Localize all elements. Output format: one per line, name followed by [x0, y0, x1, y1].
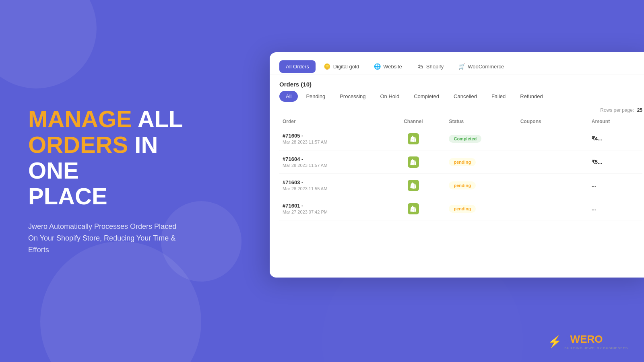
- dashboard-card: All Orders 🪙 Digital gold 🌐 Website 🛍 Sh…: [270, 52, 644, 278]
- tab-website-label: Website: [383, 64, 402, 70]
- tab-woocommerce-label: WooCommerce: [468, 64, 504, 70]
- rows-per-page-label: Rows per page:: [600, 107, 634, 113]
- order-date-4: Mar 27 2023 07:42 PM: [283, 210, 378, 214]
- status-tab-cancelled-label: Cancelled: [454, 93, 477, 99]
- headline-all: ALL: [132, 106, 183, 132]
- website-icon: 🌐: [374, 63, 381, 70]
- col-channel: Channel: [378, 119, 449, 124]
- shopify-channel-icon-4: [408, 203, 419, 214]
- status-tab-on-hold[interactable]: On Hold: [374, 91, 406, 102]
- status-tab-pending-label: Pending: [306, 93, 325, 99]
- status-tab-pending[interactable]: Pending: [299, 91, 332, 102]
- orders-header: Orders (10): [270, 74, 644, 91]
- order-date-3: Mar 28 2023 11:55 AM: [283, 186, 378, 191]
- order-id-1: #71605 -: [283, 133, 378, 139]
- status-badge-4: pending: [449, 205, 476, 213]
- status-tab-refunded[interactable]: Refunded: [514, 91, 549, 102]
- col-coupons: Coupons: [520, 119, 592, 124]
- tab-all-orders-label: All Orders: [286, 64, 309, 70]
- status-cell-1: Completed: [449, 135, 520, 143]
- headline-orders: ORDERS: [28, 132, 128, 158]
- status-tab-failed-label: Failed: [491, 93, 506, 99]
- channel-cell-1: [378, 133, 449, 144]
- status-cell-4: pending: [449, 205, 520, 213]
- status-badge-3: pending: [449, 181, 476, 189]
- orders-count-label: Orders (10): [279, 81, 312, 88]
- channel-cell-4: [378, 203, 449, 214]
- amount-cell-2: ₹5...: [592, 159, 639, 165]
- headline-place: PLACE: [28, 183, 107, 209]
- channel-cell-2: [378, 156, 449, 168]
- shopify-tab-icon: 🛍: [417, 63, 424, 70]
- shopify-channel-icon-1: [408, 133, 419, 144]
- tab-digital-gold-label: Digital gold: [333, 64, 359, 70]
- tab-shopify-label: Shopify: [426, 64, 444, 70]
- logo-text-wero: WERO: [570, 333, 603, 346]
- status-tab-processing[interactable]: Processing: [333, 91, 372, 102]
- tab-all-orders[interactable]: All Orders: [279, 60, 316, 73]
- status-tab-all[interactable]: All: [279, 91, 298, 102]
- status-tab-processing-label: Processing: [340, 93, 365, 99]
- status-tab-completed[interactable]: Completed: [407, 91, 446, 102]
- woocommerce-icon: 🛒: [458, 63, 465, 70]
- tab-woocommerce[interactable]: 🛒 WooCommerce: [452, 60, 510, 73]
- logo-lightning-icon: ⚡: [548, 335, 562, 348]
- table-row[interactable]: #71603 - Mar 28 2023 11:55 AM pending ..…: [279, 174, 642, 197]
- status-filter-tabs: All Pending Processing On Hold Completed…: [270, 91, 644, 106]
- status-tab-completed-label: Completed: [414, 93, 439, 99]
- col-status: Status: [449, 119, 520, 124]
- orders-table: Rows per page: 25 Order Channel Status C…: [270, 106, 644, 278]
- tab-shopify[interactable]: 🛍 Shopify: [410, 60, 450, 73]
- tab-website[interactable]: 🌐 Website: [367, 60, 409, 73]
- tab-digital-gold[interactable]: 🪙 Digital gold: [317, 60, 365, 73]
- col-amount: Amount: [592, 119, 639, 124]
- status-tab-cancelled[interactable]: Cancelled: [447, 91, 483, 102]
- table-row[interactable]: #71601 - Mar 27 2023 07:42 PM pending ..…: [279, 197, 642, 220]
- order-id-3: #71603 -: [283, 179, 378, 185]
- rows-per-page-value[interactable]: 25: [637, 107, 642, 113]
- order-cell-1: #71605 - Mar 28 2023 11:57 AM: [283, 133, 378, 144]
- channel-cell-3: [378, 180, 449, 191]
- order-id-2: #71604 -: [283, 156, 378, 162]
- order-date-2: Mar 28 2023 11:57 AM: [283, 163, 378, 168]
- amount-cell-3: ...: [592, 182, 639, 188]
- source-tabs: All Orders 🪙 Digital gold 🌐 Website 🛍 Sh…: [270, 52, 644, 74]
- digital-gold-icon: 🪙: [324, 63, 331, 70]
- order-cell-4: #71601 - Mar 27 2023 07:42 PM: [283, 203, 378, 214]
- order-id-4: #71601 -: [283, 203, 378, 209]
- shopify-channel-icon-2: [408, 156, 419, 168]
- status-tab-failed[interactable]: Failed: [485, 91, 512, 102]
- col-order: Order: [283, 119, 378, 124]
- status-badge-2: pending: [449, 158, 476, 166]
- order-cell-2: #71604 - Mar 28 2023 11:57 AM: [283, 156, 378, 168]
- shopify-channel-icon-3: [408, 180, 419, 191]
- order-cell-3: #71603 - Mar 28 2023 11:55 AM: [283, 179, 378, 191]
- logo-letter-j: J: [564, 333, 570, 346]
- table-row[interactable]: #71605 - Mar 28 2023 11:57 AM Completed …: [279, 127, 642, 150]
- amount-cell-4: ...: [592, 206, 639, 212]
- left-panel: MANAGE ALL ORDERS IN ONE PLACE Jwero Aut…: [0, 0, 213, 362]
- logo-bottom: ⚡ J WERO BUILDING JEWELRY BUSINESSES: [548, 333, 628, 350]
- subtext: Jwero Automatically Processes Orders Pla…: [28, 221, 185, 255]
- table-row[interactable]: #71604 - Mar 28 2023 11:57 AM pending ₹5…: [279, 150, 642, 174]
- order-date-1: Mar 28 2023 11:57 AM: [283, 140, 378, 144]
- status-tab-on-hold-label: On Hold: [380, 93, 399, 99]
- status-cell-2: pending: [449, 158, 520, 166]
- status-badge-1: Completed: [449, 135, 481, 143]
- headline-manage: MANAGE: [28, 106, 132, 132]
- headline: MANAGE ALL ORDERS IN ONE PLACE: [28, 106, 185, 209]
- status-cell-3: pending: [449, 181, 520, 189]
- logo-tagline: BUILDING JEWELRY BUSINESSES: [564, 346, 628, 350]
- rows-per-page-container: Rows per page: 25: [279, 106, 642, 116]
- status-tab-refunded-label: Refunded: [520, 93, 543, 99]
- amount-cell-1: ₹4...: [592, 136, 639, 142]
- status-tab-all-label: All: [286, 93, 291, 99]
- table-header: Order Channel Status Coupons Amount: [279, 116, 642, 127]
